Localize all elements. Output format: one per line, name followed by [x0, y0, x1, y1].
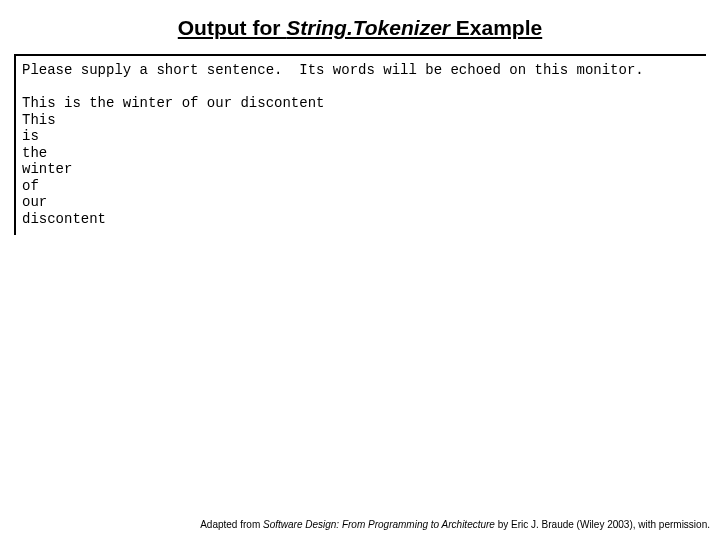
console-token: our [22, 194, 47, 210]
console-token: is [22, 128, 39, 144]
console-prompt: Please supply a short sentence. Its word… [22, 62, 644, 78]
console-output-frame: Please supply a short sentence. Its word… [14, 54, 706, 235]
console-token: winter [22, 161, 72, 177]
title-prefix: Output for [178, 16, 286, 39]
console-token: This [22, 112, 56, 128]
attribution-footer: Adapted from Software Design: From Progr… [10, 519, 710, 530]
console-input-line: This is the winter of our discontent [22, 95, 324, 111]
title-italic: String.Tokenizer [286, 16, 450, 39]
credit-book-title: Software Design: From Programming to Arc… [263, 519, 495, 530]
console-token: of [22, 178, 39, 194]
page-title: Output for String.Tokenizer Example [0, 0, 720, 54]
console-output: Please supply a short sentence. Its word… [22, 62, 700, 227]
credit-suffix: by Eric J. Braude (Wiley 2003), with per… [495, 519, 710, 530]
credit-prefix: Adapted from [200, 519, 263, 530]
title-suffix: Example [450, 16, 542, 39]
console-token: the [22, 145, 47, 161]
console-token: discontent [22, 211, 106, 227]
